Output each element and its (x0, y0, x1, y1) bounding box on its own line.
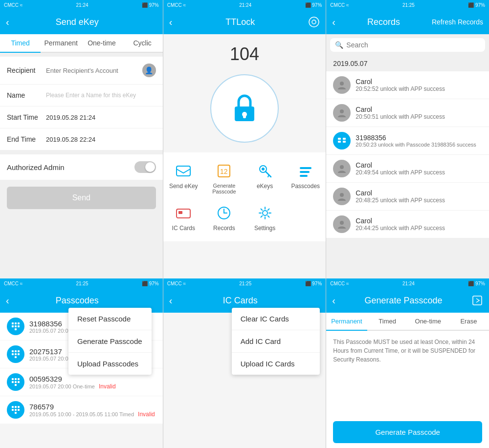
back-button-5[interactable]: ‹ (169, 295, 173, 306)
svg-rect-50 (12, 409, 14, 411)
svg-point-1 (312, 20, 316, 24)
svg-rect-48 (15, 406, 17, 408)
carrier-4: CMCC ≈ (4, 281, 22, 286)
search-bar: 🔍 (330, 38, 485, 52)
menu-records[interactable]: Records (204, 199, 244, 236)
svg-rect-10 (300, 167, 311, 169)
record-name-2: 31988356 (356, 134, 482, 142)
passcode-dropdown: Reset Passcode Generate Passcode Upload … (68, 308, 152, 375)
ic-cards-dropdown: Clear IC Cards Add IC Card Upload IC Car… (232, 308, 320, 375)
search-icon: 🔍 (335, 41, 343, 49)
name-label: Name (7, 91, 46, 99)
back-button-2[interactable]: ‹ (169, 17, 173, 28)
dropdown-upload-ic[interactable]: Upload IC Cards (232, 353, 320, 375)
ttlock-topbar: ‹ TTLock (163, 10, 326, 34)
dropdown-add-ic[interactable]: Add IC Card (232, 330, 320, 353)
menu-ic-cards[interactable]: IC Cards (163, 199, 204, 236)
svg-rect-12 (300, 175, 308, 177)
back-button-4[interactable]: ‹ (6, 295, 9, 306)
carrier-1: CMCC ≈ (4, 2, 22, 8)
start-time-label: Start Time (7, 113, 46, 121)
search-input[interactable] (346, 41, 480, 49)
gen-passcode-title: Generate Passcode (335, 296, 471, 306)
record-desc-1: 20:50:51 unlock with APP success (356, 113, 482, 120)
tab-permanent[interactable]: Permanent (41, 34, 81, 52)
record-desc-4: 20:48:25 unlock with APP success (356, 197, 482, 204)
svg-rect-14 (178, 211, 182, 214)
record-avatar-1 (333, 104, 351, 122)
record-desc-0: 20:52:52 unlock with APP success (356, 85, 482, 92)
share-icon[interactable] (471, 295, 483, 306)
record-avatar-0 (333, 76, 351, 94)
toggle-knob (145, 162, 155, 172)
gen-tab-timed[interactable]: Timed (367, 313, 408, 330)
passcode-icon-0 (7, 318, 24, 335)
tab-timed[interactable]: Timed (0, 34, 41, 53)
send-button[interactable]: Send (7, 187, 156, 209)
dropdown-item-upload[interactable]: Upload Passcodes (68, 353, 152, 375)
send-ekey-panel: CMCC ≈ 21:24 ⬛ 97% ‹ Send eKey Timed Per… (0, 0, 163, 278)
svg-rect-39 (15, 356, 17, 358)
svg-rect-46 (15, 384, 17, 386)
menu-settings[interactable]: Settings (244, 199, 285, 236)
record-name-5: Carol (356, 217, 482, 225)
gen-tab-permanent[interactable]: Permanent (326, 313, 367, 331)
record-item-1: Carol 20:50:51 unlock with APP success (326, 99, 489, 127)
passcode-status-3: Invalid (138, 411, 155, 418)
ic-cards-icon (175, 204, 192, 222)
menu-send-ekey[interactable]: Send eKey (163, 157, 204, 199)
start-time-value: 2019.05.28 21:24 (46, 114, 95, 121)
camera-icon[interactable] (308, 16, 320, 28)
record-info-0: Carol 20:52:52 unlock with APP success (356, 78, 482, 92)
lock-circle (210, 74, 279, 143)
menu-passcodes[interactable]: Passcodes (285, 157, 326, 199)
time-2: 21:24 (239, 2, 251, 8)
tab-one-time[interactable]: One-time (81, 34, 122, 52)
start-time-row: Start Time 2019.05.28 21:24 (0, 107, 163, 128)
passcode-icon-2 (7, 373, 24, 391)
svg-rect-54 (473, 296, 482, 305)
battery-2: ⬛ 97% (305, 2, 322, 8)
carrier-6: CMCC ≈ (330, 281, 349, 286)
dropdown-item-reset[interactable]: Reset Passcode (68, 308, 152, 330)
passcode-icon-1 (7, 345, 24, 363)
back-button-1[interactable]: ‹ (6, 17, 9, 28)
record-avatar-4 (333, 188, 351, 205)
svg-point-18 (340, 109, 344, 113)
back-button-6[interactable]: ‹ (332, 295, 335, 306)
dropdown-clear-ic[interactable]: Clear IC Cards (232, 308, 320, 330)
menu-send-ekey-label: Send eKey (169, 183, 198, 190)
end-time-row: End Time 2019.05.28 22:24 (0, 128, 163, 150)
refresh-records-button[interactable]: Refresh Records (432, 18, 483, 26)
menu-ekeys[interactable]: eKeys (244, 157, 285, 199)
svg-point-9 (262, 168, 265, 171)
menu-records-label: Records (213, 225, 235, 232)
battery-4: ⬛ 97% (142, 281, 159, 286)
record-item-5: Carol 20:44:25 unlock with APP success (326, 211, 489, 238)
status-bar-4: CMCC ≈ 21:25 ⬛ 97% (0, 278, 163, 288)
recipient-input[interactable] (46, 67, 142, 74)
passcode-meta-3: 2019.05.05 10:00 - 2019.05.05 11:00 Time… (29, 411, 134, 417)
record-item-3: Carol 20:49:54 unlock with APP success (326, 155, 489, 182)
authorized-toggle[interactable] (134, 161, 156, 173)
record-info-1: Carol 20:50:51 unlock with APP success (356, 106, 482, 120)
records-icon (215, 204, 233, 222)
svg-rect-52 (18, 409, 20, 411)
gen-tab-one-time[interactable]: One-time (408, 313, 448, 330)
status-bar-5: CMCC ≈ 21:25 ⬛ 97% (163, 278, 326, 288)
passcode-info-3: 786579 2019.05.05 10:00 - 2019.05.05 11:… (29, 403, 156, 418)
passcodes-icon (297, 162, 314, 180)
svg-rect-51 (15, 409, 17, 411)
recipient-avatar-icon: 👤 (142, 64, 156, 77)
records-title: Records (335, 17, 432, 27)
generate-passcode-button[interactable]: Generate Passcode (333, 421, 482, 443)
tab-cyclic[interactable]: Cyclic (122, 34, 163, 52)
menu-generate-passcode[interactable]: 12 GeneratePasscode (204, 157, 244, 199)
battery-3: ⬛ 97% (468, 2, 485, 8)
send-ekey-topbar: ‹ Send eKey (0, 10, 163, 34)
dropdown-item-generate[interactable]: Generate Passcode (68, 330, 152, 353)
gen-tab-erase[interactable]: Erase (448, 313, 489, 330)
svg-rect-34 (15, 350, 17, 352)
back-button-3[interactable]: ‹ (332, 17, 335, 28)
record-desc-2: 20:50:23 unlock with Passcode 31988356 s… (356, 142, 482, 148)
